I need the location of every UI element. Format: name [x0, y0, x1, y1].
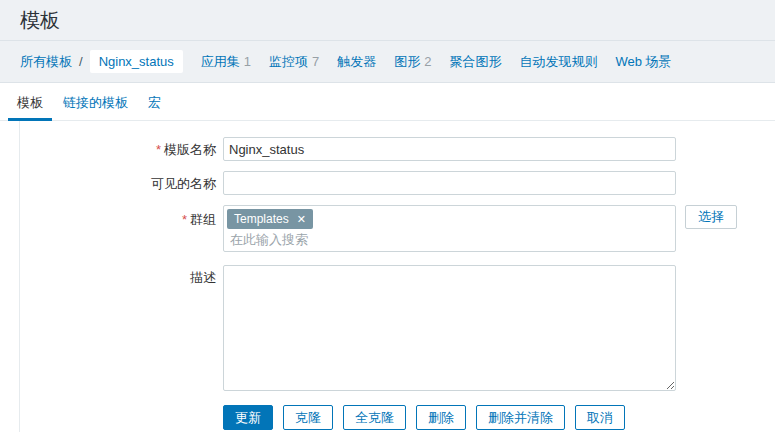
breadcrumb-current-template[interactable]: Nginx_status: [90, 50, 183, 73]
action-buttons: 更新 克隆 全克隆 删除 删除并清除 取消: [223, 405, 625, 430]
description-row: 描述: [20, 265, 775, 391]
delete-and-clear-button[interactable]: 删除并清除: [476, 405, 565, 430]
groups-label: *群组: [20, 205, 223, 229]
tab-template[interactable]: 模板: [8, 89, 52, 121]
template-name-label: *模版名称: [20, 137, 223, 159]
required-asterisk: *: [156, 142, 161, 157]
nav-applications-count: 1: [244, 54, 251, 69]
page-title: 模板: [20, 8, 755, 32]
tab-macros[interactable]: 宏: [139, 89, 170, 121]
groups-label-text: 群组: [190, 212, 216, 227]
nav-items-label: 监控项: [269, 54, 308, 69]
required-asterisk: *: [182, 212, 187, 227]
page-header: 模板 所有模板 / Nginx_status 应用集1 监控项7 触发器 图形2…: [0, 0, 775, 83]
visible-name-input[interactable]: [223, 171, 676, 195]
nav-triggers-label: 触发器: [337, 54, 376, 69]
tab-linked-templates[interactable]: 链接的模板: [54, 89, 137, 121]
groups-select-button[interactable]: 选择: [685, 205, 737, 229]
nav-items-link[interactable]: 监控项7: [269, 53, 319, 71]
nav-screens-link[interactable]: 聚合图形: [449, 53, 501, 71]
visible-name-label-text: 可见的名称: [151, 176, 216, 191]
chip-remove-icon[interactable]: ✕: [297, 211, 306, 227]
nav-applications-label: 应用集: [201, 54, 240, 69]
breadcrumb-separator: /: [79, 54, 83, 69]
delete-button[interactable]: 删除: [416, 405, 466, 430]
nav-web-scenarios-label: Web 场景: [615, 54, 671, 69]
groups-search-input[interactable]: [227, 229, 527, 248]
actions-spacer: [20, 405, 223, 409]
nav-screens-label: 聚合图形: [449, 54, 501, 69]
full-clone-button[interactable]: 全克隆: [343, 405, 406, 430]
groups-multiselect[interactable]: Templates ✕: [223, 205, 676, 252]
nav-graphs-link[interactable]: 图形2: [394, 53, 431, 71]
nav-web-scenarios-link[interactable]: Web 场景: [615, 53, 671, 71]
tab-bar: 模板 链接的模板 宏: [0, 83, 775, 121]
description-label-text: 描述: [190, 270, 216, 285]
cancel-button[interactable]: 取消: [575, 405, 625, 430]
update-button[interactable]: 更新: [223, 405, 273, 430]
nav-graphs-label: 图形: [394, 54, 420, 69]
nav-discovery-rules-label: 自动发现规则: [519, 54, 597, 69]
title-row: 模板: [0, 0, 775, 41]
groups-row: *群组 Templates ✕ 选择: [20, 205, 775, 252]
nav-triggers-link[interactable]: 触发器: [337, 53, 376, 71]
breadcrumb-all-templates-link[interactable]: 所有模板: [20, 53, 72, 71]
visible-name-label: 可见的名称: [20, 171, 223, 193]
nav-items-count: 7: [312, 54, 319, 69]
nav-graphs-count: 2: [424, 54, 431, 69]
group-chip-templates: Templates ✕: [227, 209, 313, 229]
form-actions-row: 更新 克隆 全克隆 删除 删除并清除 取消: [20, 405, 775, 430]
breadcrumb: 所有模板 / Nginx_status 应用集1 监控项7 触发器 图形2 聚合…: [0, 41, 775, 83]
nav-discovery-rules-link[interactable]: 自动发现规则: [519, 53, 597, 71]
template-name-input[interactable]: [223, 137, 676, 161]
template-form: *模版名称 可见的名称 *群组 Templates ✕ 选择 描述 更新: [19, 121, 775, 432]
clone-button[interactable]: 克隆: [283, 405, 333, 430]
template-name-label-text: 模版名称: [164, 142, 216, 157]
nav-applications-link[interactable]: 应用集1: [201, 53, 251, 71]
description-textarea[interactable]: [223, 265, 676, 391]
description-label: 描述: [20, 265, 223, 287]
visible-name-row: 可见的名称: [20, 171, 775, 195]
group-chip-label: Templates: [234, 211, 289, 227]
template-name-row: *模版名称: [20, 137, 775, 161]
